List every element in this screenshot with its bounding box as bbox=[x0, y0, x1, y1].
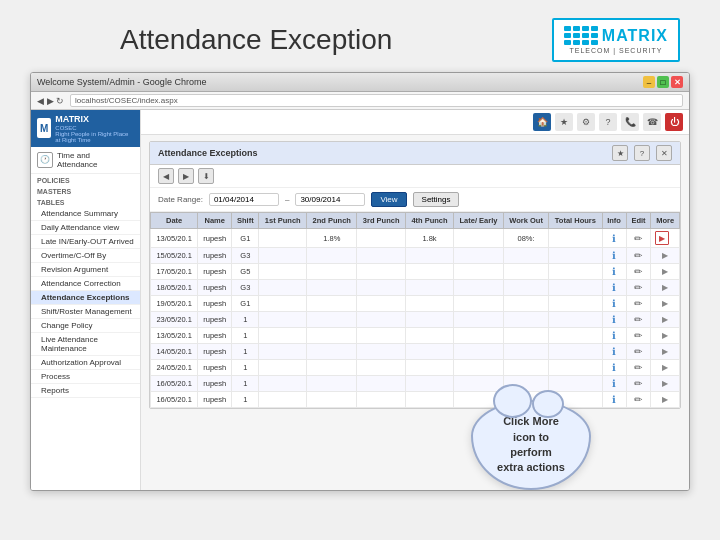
nav-item-overtime[interactable]: Overtime/C-Off By bbox=[31, 249, 140, 263]
nav-item-late-early[interactable]: Late IN/Early-OUT Arrived bbox=[31, 235, 140, 249]
view-button[interactable]: View bbox=[371, 192, 406, 207]
col-name: Name bbox=[198, 213, 232, 229]
nav-item-reports[interactable]: Reports bbox=[31, 384, 140, 398]
more-icon[interactable]: ▶ bbox=[662, 251, 668, 260]
more-icon[interactable]: ▶ bbox=[662, 315, 668, 324]
info-icon[interactable]: ℹ bbox=[612, 282, 616, 293]
star-panel-icon[interactable]: ★ bbox=[612, 145, 628, 161]
col-4th-punch: 4th Punch bbox=[405, 213, 453, 229]
nav-item-change-policy[interactable]: Change Policy bbox=[31, 319, 140, 333]
help-panel-icon[interactable]: ? bbox=[634, 145, 650, 161]
info-icon[interactable]: ℹ bbox=[612, 266, 616, 277]
nav-item-attendance-summary[interactable]: Attendance Summary bbox=[31, 207, 140, 221]
col-shift: Shift bbox=[232, 213, 259, 229]
info-icon[interactable]: ℹ bbox=[612, 314, 616, 325]
col-more: More bbox=[651, 213, 680, 229]
info-icon[interactable]: ℹ bbox=[612, 346, 616, 357]
nav-item-shift-roster[interactable]: Shift/Roster Management bbox=[31, 305, 140, 319]
edit-icon[interactable]: ✏ bbox=[634, 298, 642, 309]
date-from-input[interactable] bbox=[209, 193, 279, 206]
col-work-out: Work Out bbox=[503, 213, 548, 229]
more-icon[interactable]: ▶ bbox=[662, 379, 668, 388]
edit-icon[interactable]: ✏ bbox=[634, 330, 642, 341]
page-title: Attendance Exception bbox=[120, 24, 392, 56]
nav-section-masters: Masters bbox=[31, 185, 140, 196]
nav-section-tables: Tables bbox=[31, 196, 140, 207]
help-icon[interactable]: ? bbox=[599, 113, 617, 131]
clock-icon: 🕐 bbox=[37, 152, 53, 168]
more-icon[interactable]: ▶ bbox=[662, 395, 668, 404]
info-icon[interactable]: ℹ bbox=[612, 362, 616, 373]
info-icon[interactable]: ℹ bbox=[612, 378, 616, 389]
table-row: 13/05/20.1rupesh1ℹ✏▶ bbox=[151, 328, 680, 344]
close-button[interactable]: ✕ bbox=[671, 76, 683, 88]
browser-controls[interactable]: – □ ✕ bbox=[643, 76, 683, 88]
info-icon[interactable]: ℹ bbox=[612, 250, 616, 261]
back-icon[interactable]: ◀ bbox=[158, 168, 174, 184]
module-time-attendance[interactable]: 🕐 Time and Attendance bbox=[31, 147, 140, 174]
table-row: 17/05/20.1rupeshG5ℹ✏▶ bbox=[151, 264, 680, 280]
download-icon[interactable]: ⬇ bbox=[198, 168, 214, 184]
more-icon[interactable]: ▶ bbox=[662, 363, 668, 372]
close-panel-icon[interactable]: ✕ bbox=[656, 145, 672, 161]
page-header: Attendance Exception MATRIX TELECOM | SE… bbox=[0, 0, 720, 72]
more-icon-button[interactable]: ▶ bbox=[655, 231, 669, 245]
home-icon[interactable]: 🏠 bbox=[533, 113, 551, 131]
table-header: Date Name Shift 1st Punch 2nd Punch 3rd … bbox=[151, 213, 680, 229]
info-icon[interactable]: ℹ bbox=[612, 394, 616, 405]
col-3rd-punch: 3rd Punch bbox=[357, 213, 406, 229]
nav-item-daily-attendance[interactable]: Daily Attendance view bbox=[31, 221, 140, 235]
info-icon[interactable]: ℹ bbox=[612, 298, 616, 309]
maximize-button[interactable]: □ bbox=[657, 76, 669, 88]
settings-button[interactable]: Settings bbox=[413, 192, 460, 207]
more-icon[interactable]: ▶ bbox=[662, 267, 668, 276]
app-layout: M MATRIX COSEC Right People in Right Pla… bbox=[31, 110, 689, 490]
module-label: Time and Attendance bbox=[57, 151, 97, 169]
filter-row: Date Range: – View Settings bbox=[150, 188, 680, 212]
info-icon[interactable]: ℹ bbox=[612, 330, 616, 341]
callout-text: Click Moreicon toperformextra actions bbox=[497, 414, 565, 476]
phone-icon[interactable]: 📞 bbox=[621, 113, 639, 131]
table-row: 24/05/20.1rupesh1ℹ✏▶ bbox=[151, 360, 680, 376]
browser-title: Welcome System/Admin - Google Chrome bbox=[37, 77, 206, 87]
minimize-button[interactable]: – bbox=[643, 76, 655, 88]
nav-item-exceptions[interactable]: Attendance Exceptions bbox=[31, 291, 140, 305]
nav-item-correction[interactable]: Attendance Correction bbox=[31, 277, 140, 291]
settings-icon[interactable]: ⚙ bbox=[577, 113, 595, 131]
logo-tagline: TELECOM | SECURITY bbox=[569, 47, 662, 54]
edit-icon[interactable]: ✏ bbox=[634, 362, 642, 373]
star-icon[interactable]: ★ bbox=[555, 113, 573, 131]
edit-icon[interactable]: ✏ bbox=[634, 314, 642, 325]
edit-icon[interactable]: ✏ bbox=[634, 250, 642, 261]
table-row: 16/05/20.1rupesh1ℹ✏▶ bbox=[151, 376, 680, 392]
edit-icon[interactable]: ✏ bbox=[634, 233, 642, 244]
nav-item-authorization[interactable]: Authorization Approval bbox=[31, 356, 140, 370]
call-icon[interactable]: ☎ bbox=[643, 113, 661, 131]
table-row: 16/05/20.1rupesh1ℹ✏▶ bbox=[151, 392, 680, 408]
app-main: 🏠 ★ ⚙ ? 📞 ☎ ⏻ Attendance Exceptions ★ ? … bbox=[141, 110, 689, 490]
more-icon[interactable]: ▶ bbox=[662, 299, 668, 308]
edit-icon[interactable]: ✏ bbox=[634, 266, 642, 277]
info-icon[interactable]: ℹ bbox=[612, 233, 616, 244]
nav-item-process[interactable]: Process bbox=[31, 370, 140, 384]
nav-item-revision[interactable]: Revision Argument bbox=[31, 263, 140, 277]
edit-icon[interactable]: ✏ bbox=[634, 378, 642, 389]
more-icon[interactable]: ▶ bbox=[662, 283, 668, 292]
edit-icon[interactable]: ✏ bbox=[634, 346, 642, 357]
more-icon[interactable]: ▶ bbox=[662, 347, 668, 356]
power-icon[interactable]: ⏻ bbox=[665, 113, 683, 131]
nav-item-live-attendance[interactable]: Live Attendance Maintenance bbox=[31, 333, 140, 356]
address-bar[interactable]: localhost/COSEC/index.aspx bbox=[70, 94, 683, 107]
forward-icon[interactable]: ▶ bbox=[178, 168, 194, 184]
table-row: 13/05/20.1rupeshG11.8%1.8k08%:ℹ✏▶ bbox=[151, 229, 680, 248]
app-topbar: 🏠 ★ ⚙ ? 📞 ☎ ⏻ bbox=[141, 110, 689, 135]
browser-window: Welcome System/Admin - Google Chrome – □… bbox=[30, 72, 690, 491]
matrix-logo: MATRIX TELECOM | SECURITY bbox=[552, 18, 680, 62]
edit-icon[interactable]: ✏ bbox=[634, 282, 642, 293]
col-2nd-punch: 2nd Punch bbox=[307, 213, 357, 229]
edit-icon[interactable]: ✏ bbox=[634, 394, 642, 405]
app-logo-text: MATRIX bbox=[55, 114, 134, 125]
more-icon[interactable]: ▶ bbox=[662, 331, 668, 340]
date-to-input[interactable] bbox=[295, 193, 365, 206]
app-logo-tagline: Right People in Right Place at Right Tim… bbox=[55, 131, 134, 143]
